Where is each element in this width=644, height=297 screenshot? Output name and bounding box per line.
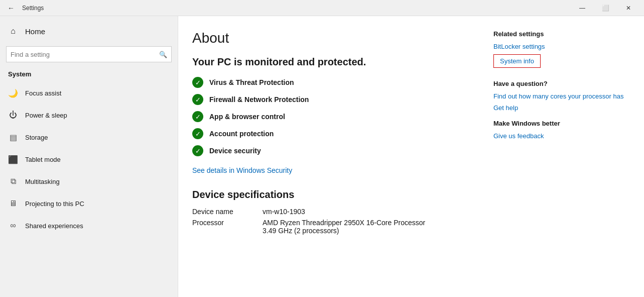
- check-icon-0: ✓: [192, 77, 203, 88]
- search-icon: 🔍: [159, 51, 167, 58]
- sidebar-item-focus-assist[interactable]: 🌙 Focus assist: [0, 82, 178, 104]
- sidebar-item-label: Tablet mode: [25, 156, 61, 163]
- content-main: About Your PC is monitored and protected…: [192, 30, 473, 283]
- related-settings-heading: Related settings: [493, 30, 624, 38]
- sidebar: ⌂ Home 🔍 System 🌙 Focus assist ⏻ Power &…: [0, 16, 178, 297]
- app-body: ⌂ Home 🔍 System 🌙 Focus assist ⏻ Power &…: [0, 16, 644, 297]
- home-label: Home: [25, 27, 45, 36]
- security-item-0: ✓ Virus & Threat Protection: [192, 77, 473, 88]
- back-button[interactable]: ←: [4, 1, 18, 15]
- check-icon-2: ✓: [192, 111, 203, 122]
- sidebar-item-label: Shared experiences: [25, 222, 83, 230]
- device-spec-section: Device specifications Device name vm-w10…: [192, 189, 473, 235]
- main-content: About Your PC is monitored and protected…: [178, 16, 644, 297]
- tablet-icon: ⬛: [8, 155, 18, 164]
- security-item-1: ✓ Firewall & Network Protection: [192, 94, 473, 105]
- windows-security-link[interactable]: See details in Windows Security: [192, 166, 292, 174]
- sidebar-item-label: Storage: [25, 134, 48, 141]
- check-icon-3: ✓: [192, 128, 203, 139]
- content-aside: Related settings BitLocker settings Syst…: [493, 30, 624, 283]
- power-icon: ⏻: [8, 111, 18, 120]
- spec-row-0: Device name vm-w10-1903: [192, 208, 473, 216]
- spec-label-0: Device name: [192, 208, 263, 216]
- shared-experiences-icon: ∞: [8, 221, 18, 230]
- sidebar-item-home[interactable]: ⌂ Home: [0, 20, 178, 42]
- search-container: 🔍: [6, 46, 172, 62]
- spec-row-1: Processor AMD Ryzen Threadripper 2950X 1…: [192, 219, 473, 235]
- make-windows-better-heading: Make Windows better: [493, 120, 624, 127]
- maximize-button[interactable]: ⬜: [594, 0, 617, 16]
- page-title: About: [192, 30, 473, 46]
- security-item-3: ✓ Account protection: [192, 128, 473, 139]
- window-controls: — ⬜ ✕: [571, 0, 640, 16]
- system-section-label: System: [0, 68, 178, 82]
- sidebar-item-label: Focus assist: [25, 89, 61, 97]
- sidebar-item-tablet-mode[interactable]: ⬛ Tablet mode: [0, 148, 178, 170]
- cores-link[interactable]: Find out how many cores your processor h…: [493, 92, 624, 100]
- home-icon: ⌂: [8, 27, 18, 36]
- device-spec-heading: Device specifications: [192, 189, 473, 201]
- security-label-2: App & browser control: [209, 113, 285, 121]
- focus-assist-icon: 🌙: [8, 88, 18, 98]
- sidebar-item-label: Projecting to this PC: [25, 200, 84, 208]
- projecting-icon: 🖥: [8, 199, 18, 208]
- spec-label-1: Processor: [192, 219, 263, 235]
- security-label-3: Account protection: [209, 130, 274, 138]
- feedback-link[interactable]: Give us feedback: [493, 132, 624, 140]
- security-label-0: Virus & Threat Protection: [209, 78, 294, 86]
- sidebar-item-power-sleep[interactable]: ⏻ Power & sleep: [0, 104, 178, 126]
- check-icon-4: ✓: [192, 145, 203, 156]
- minimize-button[interactable]: —: [571, 0, 594, 16]
- have-question-heading: Have a question?: [493, 80, 624, 87]
- bitlocker-link[interactable]: BitLocker settings: [493, 43, 624, 50]
- sidebar-item-projecting[interactable]: 🖥 Projecting to this PC: [0, 192, 178, 215]
- security-item-4: ✓ Device security: [192, 145, 473, 156]
- check-icon-1: ✓: [192, 94, 203, 105]
- sidebar-item-label: Multitasking: [25, 178, 60, 185]
- sidebar-item-shared-experiences[interactable]: ∞ Shared experiences: [0, 215, 178, 237]
- sidebar-item-multitasking[interactable]: ⧉ Multitasking: [0, 170, 178, 192]
- storage-icon: ▤: [8, 133, 18, 142]
- protection-header: Your PC is monitored and protected.: [192, 56, 473, 68]
- security-label-4: Device security: [209, 147, 261, 155]
- security-label-1: Firewall & Network Protection: [209, 95, 309, 104]
- system-info-button[interactable]: System info: [493, 54, 541, 68]
- search-input[interactable]: [11, 51, 159, 58]
- sidebar-item-label: Power & sleep: [25, 112, 67, 119]
- spec-value-0: vm-w10-1903: [263, 208, 305, 216]
- title-bar: ← Settings — ⬜ ✕: [0, 0, 644, 16]
- get-help-link[interactable]: Get help: [493, 104, 624, 112]
- app-title: Settings: [22, 5, 44, 12]
- multitasking-icon: ⧉: [8, 177, 18, 186]
- spec-value-1: AMD Ryzen Threadripper 2950X 16-Core Pro…: [263, 219, 425, 235]
- security-item-2: ✓ App & browser control: [192, 111, 473, 122]
- sidebar-item-storage[interactable]: ▤ Storage: [0, 126, 178, 148]
- close-button[interactable]: ✕: [617, 0, 640, 16]
